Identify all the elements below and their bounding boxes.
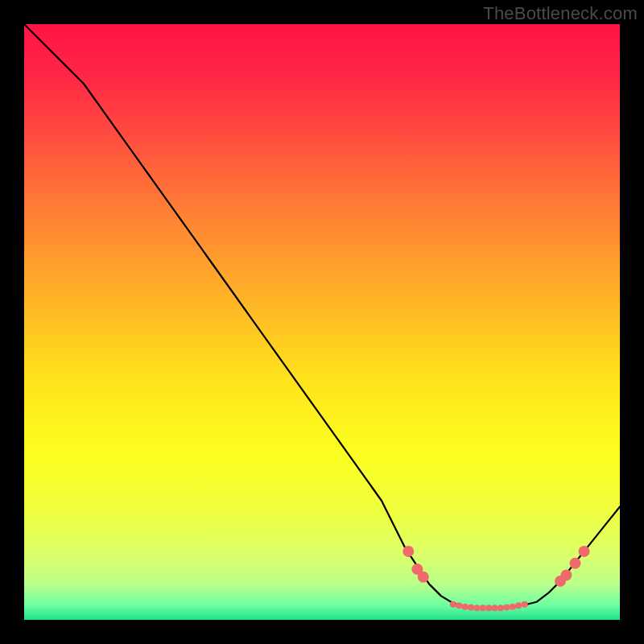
marker-dot xyxy=(570,558,581,569)
marker-dot xyxy=(515,602,522,609)
marker-dot xyxy=(462,604,469,610)
marker-dot xyxy=(579,546,590,557)
marker-dot xyxy=(560,570,572,581)
chart-frame: TheBottleneck.com xyxy=(0,0,644,644)
marker-dot xyxy=(480,605,486,611)
marker-dot xyxy=(473,605,480,611)
marker-dot xyxy=(468,604,474,610)
marker-dot xyxy=(497,605,504,611)
marker-dot xyxy=(402,546,414,557)
marker-dot xyxy=(522,601,528,608)
marker-dot xyxy=(492,605,498,611)
marker-dot xyxy=(510,604,516,610)
marker-dot xyxy=(485,605,492,611)
chart-svg xyxy=(24,24,620,620)
marker-dot xyxy=(450,601,456,608)
gradient-background xyxy=(24,24,620,620)
plot-area xyxy=(24,24,620,620)
marker-dot xyxy=(418,572,429,583)
watermark-text: TheBottleneck.com xyxy=(483,3,638,24)
marker-dot xyxy=(503,604,510,610)
marker-dot xyxy=(456,602,462,609)
